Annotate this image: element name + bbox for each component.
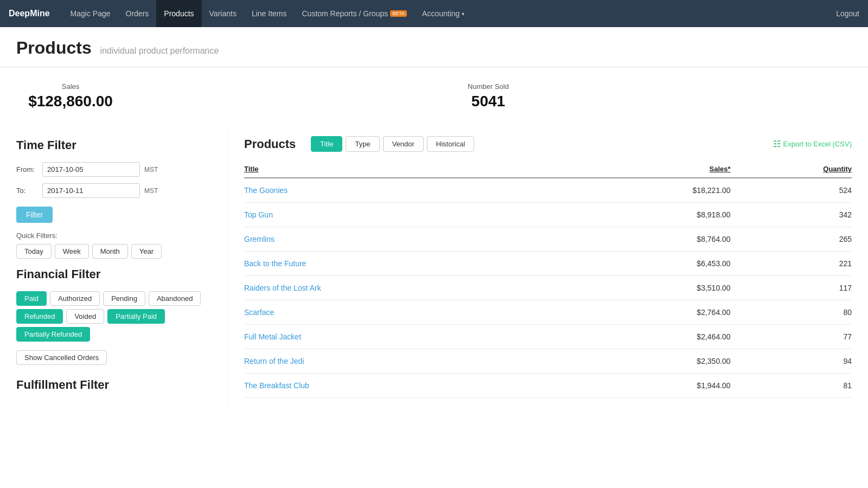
product-sales: $8,764.00 xyxy=(570,227,731,252)
product-quantity: 80 xyxy=(731,300,852,325)
brand-logo[interactable]: DeepMine xyxy=(9,9,50,18)
number-sold-stat: Number Sold 5041 xyxy=(434,82,542,110)
fulfillment-filter-title: Fulfillment Filter xyxy=(16,378,211,392)
tab-type[interactable]: Type xyxy=(346,136,379,152)
quick-filters-group: TodayWeekMonthYear xyxy=(16,244,211,259)
financial-btn-authorized[interactable]: Authorized xyxy=(50,291,100,306)
quick-filters-label: Quick Filters: xyxy=(16,232,211,240)
panel-header: Products TitleTypeVendorHistorical ☷ Exp… xyxy=(244,136,852,152)
col-sales: Sales* xyxy=(570,160,731,178)
table-row: Scarface$2,764.0080 xyxy=(244,300,852,325)
product-title-link[interactable]: Raiders of the Lost Ark xyxy=(244,284,321,292)
nav-links: Magic PageOrdersProductsVariantsLine Ite… xyxy=(63,0,837,27)
sales-value: $128,860.00 xyxy=(16,93,125,110)
number-sold-value: 5041 xyxy=(434,93,542,110)
table-row: Gremlins$8,764.00265 xyxy=(244,227,852,252)
product-quantity: 265 xyxy=(731,227,852,252)
table-row: Full Metal Jacket$2,464.0077 xyxy=(244,325,852,349)
products-panel: Products TitleTypeVendorHistorical ☷ Exp… xyxy=(228,125,868,409)
table-row: The Breakfast Club$1,944.0081 xyxy=(244,374,852,398)
nav-link-line-items[interactable]: Line Items xyxy=(244,0,295,27)
to-row: To: MST xyxy=(16,183,211,198)
tab-historical[interactable]: Historical xyxy=(427,136,474,152)
nav-link-variants[interactable]: Variants xyxy=(202,0,244,27)
product-sales: $18,221.00 xyxy=(570,178,731,203)
product-sales: $2,764.00 xyxy=(570,300,731,325)
filter-button[interactable]: Filter xyxy=(16,207,53,223)
export-link[interactable]: ☷ Export to Excel (CSV) xyxy=(773,139,852,149)
product-quantity: 94 xyxy=(731,349,852,374)
page-title: Products xyxy=(16,38,92,57)
to-tz: MST xyxy=(144,187,158,195)
sales-label: Sales xyxy=(16,82,125,91)
product-title-link[interactable]: Back to the Future xyxy=(244,259,306,268)
product-title-link[interactable]: The Goonies xyxy=(244,186,288,195)
show-cancelled-button[interactable]: Show Cancelled Orders xyxy=(16,350,107,365)
product-quantity: 77 xyxy=(731,325,852,349)
financial-btn-refunded[interactable]: Refunded xyxy=(16,309,63,324)
product-quantity: 81 xyxy=(731,374,852,398)
nav-link-magic-page[interactable]: Magic Page xyxy=(63,0,118,27)
from-label: From: xyxy=(16,165,38,174)
from-row: From: MST xyxy=(16,162,211,177)
summary-bar: Sales $128,860.00 Number Sold 5041 xyxy=(0,67,868,125)
product-title-link[interactable]: Return of the Jedi xyxy=(244,357,304,365)
quick-filter-month[interactable]: Month xyxy=(92,244,128,259)
product-sales: $1,944.00 xyxy=(570,374,731,398)
product-sales: $8,918.00 xyxy=(570,203,731,227)
product-quantity: 117 xyxy=(731,276,852,300)
from-input[interactable] xyxy=(42,162,140,177)
export-icon: ☷ xyxy=(773,139,781,149)
to-input[interactable] xyxy=(42,183,140,198)
financial-buttons-group: PaidAuthorizedPendingAbandonedRefundedVo… xyxy=(16,291,211,342)
financial-btn-pending[interactable]: Pending xyxy=(103,291,145,306)
table-row: Back to the Future$6,453.00221 xyxy=(244,252,852,276)
product-title-link[interactable]: Scarface xyxy=(244,308,274,317)
number-sold-label: Number Sold xyxy=(434,82,542,91)
sidebar: Time Filter From: MST To: MST Filter Qui… xyxy=(0,125,228,409)
main-content: Time Filter From: MST To: MST Filter Qui… xyxy=(0,125,868,409)
to-label: To: xyxy=(16,187,38,195)
financial-btn-voided[interactable]: Voided xyxy=(66,309,104,324)
financial-filter-section: Financial Filter PaidAuthorizedPendingAb… xyxy=(16,267,211,365)
table-row: Return of the Jedi$2,350.0094 xyxy=(244,349,852,374)
page-subtitle: individual product performance xyxy=(100,46,219,55)
quick-filter-today[interactable]: Today xyxy=(16,244,52,259)
table-row: The Goonies$18,221.00524 xyxy=(244,178,852,203)
products-tabs: TitleTypeVendorHistorical xyxy=(311,136,474,152)
tab-title[interactable]: Title xyxy=(311,136,342,152)
product-title-link[interactable]: The Breakfast Club xyxy=(244,381,309,390)
nav-link-orders[interactable]: Orders xyxy=(118,0,157,27)
fulfillment-filter-section: Fulfillment Filter xyxy=(16,378,211,392)
beta-badge: BETA xyxy=(390,10,407,17)
product-title-link[interactable]: Full Metal Jacket xyxy=(244,332,301,341)
col-title: Title xyxy=(244,160,570,178)
product-title-link[interactable]: Top Gun xyxy=(244,210,273,219)
product-sales: $3,510.00 xyxy=(570,276,731,300)
quick-filter-year[interactable]: Year xyxy=(131,244,162,259)
product-quantity: 524 xyxy=(731,178,852,203)
product-title-link[interactable]: Gremlins xyxy=(244,235,275,243)
nav-link-accounting[interactable]: Accounting▾ xyxy=(414,0,472,27)
page-header: Products individual product performance xyxy=(0,27,868,67)
financial-btn-paid[interactable]: Paid xyxy=(16,291,47,306)
from-tz: MST xyxy=(144,166,158,174)
financial-filter-title: Financial Filter xyxy=(16,267,211,281)
export-label: Export to Excel (CSV) xyxy=(783,140,852,148)
nav-link-products[interactable]: Products xyxy=(156,0,201,27)
financial-btn-partially-refunded[interactable]: Partially Refunded xyxy=(16,327,90,342)
tab-vendor[interactable]: Vendor xyxy=(383,136,424,152)
product-sales: $6,453.00 xyxy=(570,252,731,276)
time-filter-section: Time Filter From: MST To: MST Filter Qui… xyxy=(16,138,211,259)
product-sales: $2,464.00 xyxy=(570,325,731,349)
col-quantity: Quantity xyxy=(731,160,852,178)
table-row: Top Gun$8,918.00342 xyxy=(244,203,852,227)
table-row: Raiders of the Lost Ark$3,510.00117 xyxy=(244,276,852,300)
financial-btn-partially-paid[interactable]: Partially Paid xyxy=(107,309,165,324)
nav-link-custom-reports---groups[interactable]: Custom Reports / GroupsBETA xyxy=(294,0,414,27)
logout-button[interactable]: Logout xyxy=(836,9,859,18)
financial-btn-abandoned[interactable]: Abandoned xyxy=(149,291,201,306)
quick-filter-week[interactable]: Week xyxy=(55,244,89,259)
dropdown-arrow-icon: ▾ xyxy=(462,11,464,17)
product-quantity: 221 xyxy=(731,252,852,276)
